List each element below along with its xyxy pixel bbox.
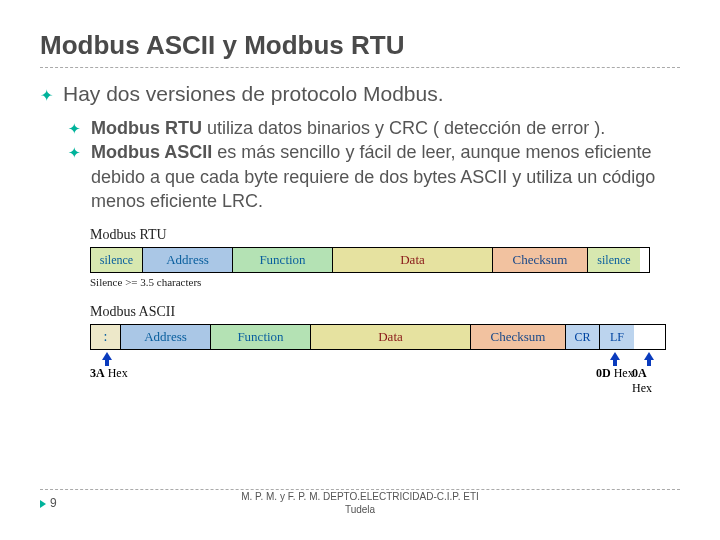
field-address: Address [121, 325, 211, 349]
field-address: Address [143, 248, 233, 272]
item-text: Modbus RTU utiliza datos binarios y CRC … [91, 116, 605, 140]
ascii-frame: : Address Function Data Checksum CR LF [90, 324, 666, 350]
bullet-icon: ✦ [40, 86, 53, 106]
item-text: Modbus ASCII es más sencillo y fácil de … [91, 140, 680, 213]
rtu-frame-label: Modbus RTU [90, 227, 680, 243]
field-checksum: Checksum [493, 248, 588, 272]
hex-label-cr: 0D Hex [596, 366, 634, 381]
list-item: ✦ Modbus RTU utiliza datos binarios y CR… [68, 116, 680, 140]
svg-marker-2 [644, 352, 654, 366]
arrow-icon [644, 352, 654, 366]
arrow-icon [102, 352, 112, 366]
bullet-icon: ✦ [68, 120, 81, 140]
list-item: ✦ Modbus ASCII es más sencillo y fácil d… [68, 140, 680, 213]
field-function: Function [211, 325, 311, 349]
item-bold: Modbus RTU [91, 118, 202, 138]
field-silence: silence [91, 248, 143, 272]
hex-label-lf: 0A Hex [632, 366, 652, 396]
hex-annotations: 3A Hex 0D Hex 0A Hex [90, 352, 650, 382]
field-function: Function [233, 248, 333, 272]
intro-text: Hay dos versiones de protocolo Modbus. [63, 82, 444, 106]
footer-text: M. P. M. y F. P. M. DEPTO.ELECTRICIDAD-C… [0, 490, 720, 516]
intro-item: ✦ Hay dos versiones de protocolo Modbus. [40, 82, 680, 106]
field-data: Data [333, 248, 493, 272]
silence-note: Silence >= 3.5 characters [90, 276, 680, 288]
field-checksum: Checksum [471, 325, 566, 349]
field-cr: CR [566, 325, 600, 349]
field-data: Data [311, 325, 471, 349]
page-title: Modbus ASCII y Modbus RTU [40, 30, 680, 68]
svg-marker-0 [102, 352, 112, 366]
rtu-frame: silence Address Function Data Checksum s… [90, 247, 650, 273]
ascii-frame-label: Modbus ASCII [90, 304, 680, 320]
field-silence-end: silence [588, 248, 640, 272]
field-lf: LF [600, 325, 634, 349]
arrow-icon [610, 352, 620, 366]
bullet-icon: ✦ [68, 144, 81, 213]
hex-label-start: 3A Hex [90, 366, 128, 381]
item-rest: utiliza datos binarios y CRC ( detección… [202, 118, 605, 138]
field-colon: : [91, 325, 121, 349]
item-bold: Modbus ASCII [91, 142, 212, 162]
svg-marker-1 [610, 352, 620, 366]
